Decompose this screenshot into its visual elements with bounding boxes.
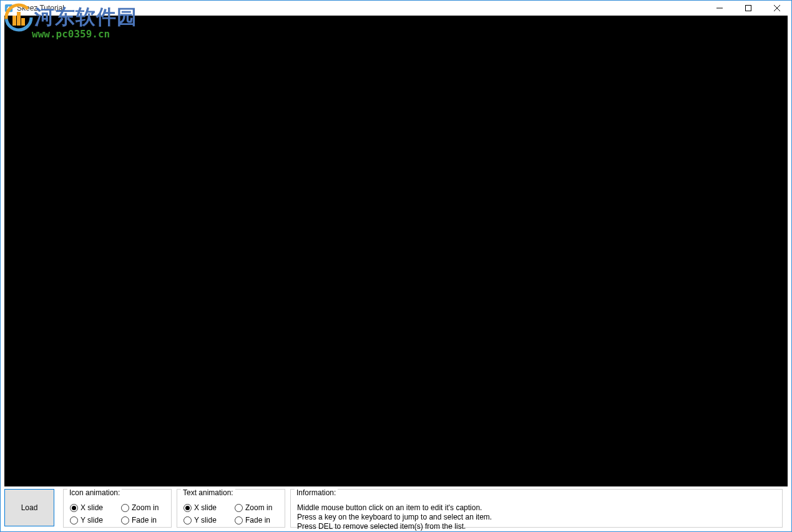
svg-rect-2 [746, 6, 751, 11]
close-button[interactable] [763, 1, 791, 16]
icon-animation-group: Icon animation: X slide Zoom in Y slide … [63, 489, 172, 528]
radio-label: Fade in [245, 516, 270, 525]
bottom-panel: Load Icon animation: X slide Zoom in Y s… [1, 486, 791, 531]
radio-icon [121, 516, 129, 525]
text-anim-fade-in[interactable]: Fade in [235, 516, 278, 525]
text-anim-zoom-in[interactable]: Zoom in [235, 503, 278, 512]
radio-icon [235, 516, 243, 525]
radio-label: Fade in [132, 516, 157, 525]
icon-anim-zoom-in[interactable]: Zoom in [121, 503, 165, 512]
radio-icon [183, 516, 192, 525]
text-anim-x-slide[interactable]: X slide [183, 503, 227, 512]
icon-anim-y-slide[interactable]: Y slide [70, 516, 114, 525]
information-text: Middle mouse button click on an item to … [297, 503, 776, 531]
load-button-label: Load [21, 503, 38, 512]
app-icon [4, 4, 13, 12]
radio-icon [70, 504, 78, 512]
information-legend: Information: [295, 488, 338, 497]
info-line: Middle mouse button click on an item to … [297, 503, 776, 513]
titlebar: Skeez Tutorial [1, 1, 791, 16]
radio-icon [121, 504, 129, 512]
info-line: Press a key on the keyboard to jump to a… [297, 513, 776, 522]
radio-label: Y slide [81, 516, 103, 525]
info-line: Press DEL to remove selected item(s) fro… [297, 522, 776, 531]
minimize-button[interactable] [705, 1, 734, 16]
radio-label: X slide [81, 503, 103, 512]
maximize-button[interactable] [734, 1, 763, 16]
information-group: Information: Middle mouse button click o… [290, 489, 783, 528]
radio-label: Zoom in [132, 503, 159, 512]
icon-anim-fade-in[interactable]: Fade in [121, 516, 165, 525]
radio-icon [70, 516, 78, 525]
preview-viewport[interactable] [4, 16, 788, 486]
window-title: Skeez Tutorial [17, 4, 64, 12]
radio-label: Zoom in [245, 503, 272, 512]
text-animation-legend: Text animation: [181, 488, 235, 497]
app-window: Skeez Tutorial Load Icon animation: X sl… [0, 0, 792, 532]
icon-anim-x-slide[interactable]: X slide [70, 503, 114, 512]
load-button[interactable]: Load [4, 489, 54, 526]
radio-icon [183, 504, 192, 512]
text-anim-y-slide[interactable]: Y slide [183, 516, 227, 525]
text-animation-group: Text animation: X slide Zoom in Y slide … [177, 489, 285, 528]
radio-label: X slide [194, 503, 217, 512]
radio-icon [235, 504, 243, 512]
icon-animation-legend: Icon animation: [67, 488, 122, 497]
radio-label: Y slide [194, 516, 217, 525]
